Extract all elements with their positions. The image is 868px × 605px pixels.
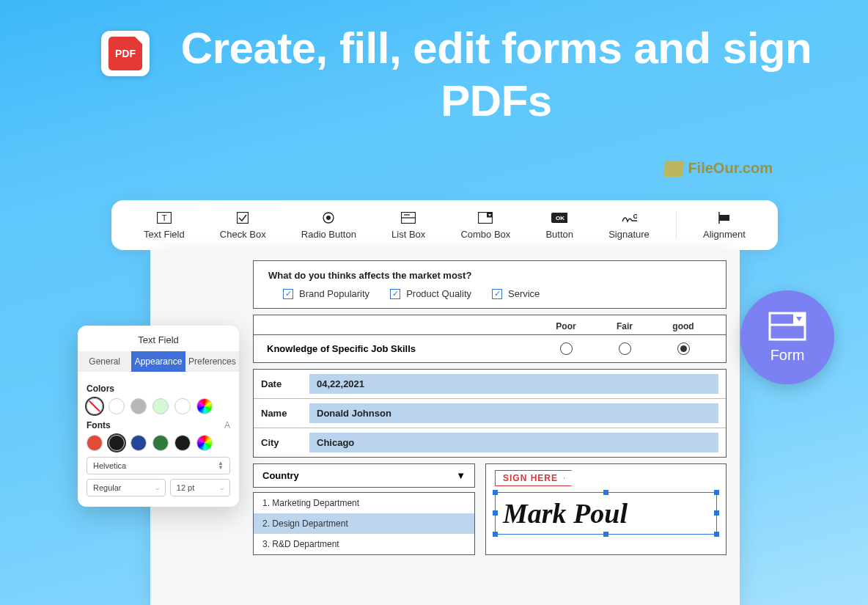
rating-col-poor: Poor [537, 321, 595, 331]
checkbox-icon: ✓ [390, 289, 400, 299]
form-badge[interactable]: Form [740, 290, 834, 384]
font-weight-select[interactable]: Regular ⌵ [87, 479, 166, 496]
chevron-down-icon: ⌵ [155, 484, 159, 491]
country-combo[interactable]: Country ▼ [253, 463, 475, 488]
rating-label: Knowledge of Specific Job Skills [267, 343, 537, 354]
list-item[interactable]: 2. Design Department [254, 513, 474, 534]
resize-handle[interactable] [714, 510, 719, 516]
rating-col-fair: Fair [595, 321, 654, 331]
list-item[interactable]: 1. Marketing Department [254, 493, 474, 513]
toolbar-signature[interactable]: Signature [600, 211, 658, 240]
rating-section: Poor Fair good Knowledge of Specific Job… [253, 315, 727, 363]
alignment-icon [716, 211, 732, 224]
panel-title: Text Field [78, 334, 239, 351]
toolbar-text-field[interactable]: T Text Field [135, 211, 194, 240]
toolbar-label: List Box [391, 229, 425, 240]
checkbox-label: Service [508, 288, 540, 299]
tab-preferences[interactable]: Preferences [185, 351, 239, 372]
signature-text: Mark Poul [503, 497, 709, 529]
bottom-row: Country ▼ 1. Marketing Department 2. Des… [253, 463, 727, 555]
color-swatch[interactable] [152, 398, 169, 414]
checkbox-quality[interactable]: ✓ Product Quality [390, 288, 471, 299]
city-row: City Chicago [254, 428, 726, 457]
color-swatches [87, 398, 230, 414]
font-color-swatches [87, 435, 230, 451]
font-color-swatch[interactable] [108, 435, 125, 451]
question-section: What do you thinks affects the market mo… [253, 260, 727, 309]
font-color-swatch[interactable] [174, 435, 191, 451]
checkbox-brand[interactable]: ✓ Brand Popularity [283, 288, 369, 299]
radio-fair[interactable] [619, 342, 631, 355]
date-row: Date 04,22,2021 [254, 370, 726, 399]
signature-column: SIGN HERE Mark Poul [485, 463, 727, 555]
text-field-icon: T [156, 211, 172, 224]
panel-body: Colors Fonts A Helvetica ▲▼ Regu [78, 372, 239, 496]
color-swatch[interactable] [108, 398, 125, 414]
signature-box[interactable]: Mark Poul [495, 492, 717, 535]
svg-rect-14 [719, 215, 729, 221]
toolbar-label: Signature [608, 229, 650, 240]
chevron-down-icon: ⌵ [220, 484, 224, 491]
city-field[interactable]: Chicago [309, 433, 718, 452]
fonts-heading: Fonts A [87, 420, 230, 430]
toolbar-radio-button[interactable]: Radio Button [293, 211, 365, 240]
resize-handle[interactable] [493, 490, 498, 495]
tab-appearance[interactable]: Appearance [131, 351, 185, 372]
toolbar-label: Text Field [144, 229, 185, 240]
svg-text:T: T [161, 213, 166, 222]
watermark: FileOur.com [664, 160, 773, 177]
checkbox-row: ✓ Brand Popularity ✓ Product Quality ✓ S… [283, 288, 711, 299]
resize-handle[interactable] [603, 532, 608, 537]
checkbox-label: Product Quality [406, 288, 471, 299]
name-label: Name [261, 408, 299, 419]
department-listbox[interactable]: 1. Marketing Department 2. Design Depart… [253, 492, 475, 555]
resize-handle[interactable] [714, 490, 719, 495]
question-text: What do you thinks affects the market mo… [268, 270, 711, 281]
font-family-select[interactable]: Helvetica ▲▼ [87, 457, 230, 474]
font-color-swatch[interactable] [130, 435, 147, 451]
font-color-swatch[interactable] [87, 435, 103, 451]
headline-text: Create, fill, edit forms and sign PDFs [169, 22, 824, 128]
color-swatch-rainbow[interactable] [196, 398, 213, 414]
date-field[interactable]: 04,22,2021 [309, 374, 718, 394]
select-arrows-icon: ▲▼ [218, 461, 224, 470]
font-size-select[interactable]: 12 pt ⌵ [170, 479, 230, 496]
color-swatch-none[interactable] [87, 398, 103, 414]
resize-handle[interactable] [714, 532, 719, 537]
toolbar-list-box[interactable]: List Box [383, 211, 434, 240]
resize-handle[interactable] [493, 510, 498, 516]
toolbar-combo-box[interactable]: Combo Box [452, 211, 519, 240]
checkbox-icon: ✓ [283, 289, 293, 299]
rating-row: Knowledge of Specific Job Skills [254, 334, 726, 362]
combobox-badge-icon [768, 312, 806, 341]
listbox-icon [400, 211, 416, 224]
font-color-swatch[interactable] [152, 435, 169, 451]
country-column: Country ▼ 1. Marketing Department 2. Des… [253, 463, 475, 555]
combobox-icon [477, 211, 493, 224]
toolbar-button[interactable]: OK Button [537, 211, 582, 240]
list-item[interactable]: 3. R&D Department [254, 534, 474, 554]
toolbar-label: Check Box [220, 229, 266, 240]
toolbar-divider [676, 211, 677, 239]
color-swatch[interactable] [174, 398, 191, 414]
date-label: Date [261, 378, 299, 389]
radio-icon [320, 211, 336, 224]
chevron-down-icon: ▼ [456, 470, 466, 481]
watermark-text: FileOur.com [688, 160, 773, 177]
radio-poor[interactable] [560, 342, 573, 355]
resize-handle[interactable] [603, 490, 608, 495]
name-field[interactable]: Donald Johnson [309, 403, 718, 423]
resize-handle[interactable] [493, 532, 498, 537]
color-swatch[interactable] [130, 398, 147, 414]
font-color-swatch-rainbow[interactable] [196, 435, 213, 451]
form-badge-label: Form [770, 347, 805, 364]
properties-panel: Text Field General Appearance Preference… [78, 326, 239, 507]
tab-general[interactable]: General [78, 351, 131, 372]
toolbar-label: Combo Box [460, 229, 510, 240]
toolbar-alignment[interactable]: Alignment [694, 211, 754, 240]
font-row: Regular ⌵ 12 pt ⌵ [87, 479, 230, 496]
radio-good[interactable] [677, 342, 690, 355]
panel-tabs: General Appearance Preferences [78, 351, 239, 372]
checkbox-service[interactable]: ✓ Service [492, 288, 540, 299]
toolbar-check-box[interactable]: Check Box [211, 211, 275, 240]
